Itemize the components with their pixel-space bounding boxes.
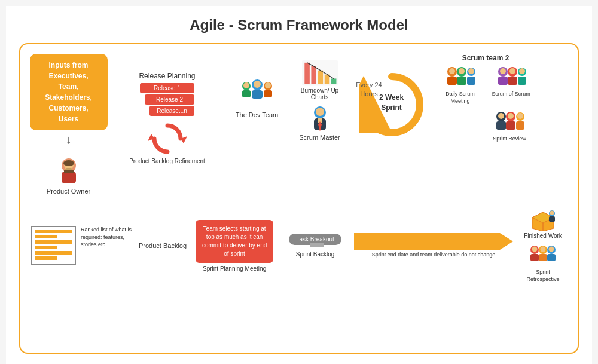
product-owner-label: Product Owner <box>47 188 90 195</box>
svg-rect-63 <box>530 254 539 261</box>
scrum-team2-header: Scrum team 2 <box>435 54 536 62</box>
svg-rect-61 <box>549 216 555 222</box>
sprint-planning-box: Team selects starting at top as much as … <box>196 220 273 263</box>
inputs-box: Inputs from Executives, Team, Stakeholde… <box>30 54 108 130</box>
svg-rect-9 <box>252 90 263 99</box>
svg-rect-33 <box>457 77 466 85</box>
release-2-tag: Release 2 <box>145 94 194 105</box>
big-arrow-wrapper <box>354 233 513 250</box>
svg-rect-45 <box>518 77 526 85</box>
svg-rect-15 <box>264 90 272 97</box>
separator <box>31 200 567 200</box>
pb-label-col: Product Backlog <box>139 242 187 249</box>
svg-point-64 <box>532 247 538 252</box>
svg-rect-1 <box>62 172 76 183</box>
svg-point-34 <box>459 68 465 74</box>
backlog-visual-wrapper <box>31 226 76 265</box>
sprint-planning-col: Team selects starting at top as much as … <box>193 220 276 272</box>
svg-point-24 <box>316 108 324 116</box>
sprint-review-icon <box>494 109 525 134</box>
svg-point-43 <box>509 68 515 74</box>
svg-rect-51 <box>506 121 515 130</box>
scrum-of-scrum-label: Scrum of Scrum <box>492 91 530 98</box>
big-arrow-col: Sprint end date and team deliverable do … <box>354 233 513 259</box>
daily-scrum-label: Daily Scrum Meeting <box>440 91 481 105</box>
scrum-of-scrum-icon <box>496 65 527 90</box>
svg-point-46 <box>519 68 525 74</box>
svg-rect-5 <box>64 170 74 173</box>
svg-rect-66 <box>539 254 547 261</box>
svg-rect-30 <box>447 77 457 85</box>
arrow-label: Sprint end date and team deliverable do … <box>372 252 496 259</box>
svg-rect-54 <box>516 121 524 130</box>
backlog-line-3 <box>35 240 72 244</box>
daily-scrum-icon <box>444 65 477 90</box>
backlog-line-6 <box>35 256 57 260</box>
devteam-label: The Dev Team <box>236 111 278 118</box>
left-column: Inputs from Executives, Team, Stakeholde… <box>31 54 106 195</box>
svg-point-60 <box>550 211 554 215</box>
backlog-refinement-label: Product Backlog Refinement <box>129 158 205 164</box>
backlog-refinement-icon <box>147 120 188 157</box>
sprint-backlog-label: Sprint Backlog <box>296 251 334 258</box>
arrow-body <box>354 233 500 250</box>
svg-point-40 <box>500 68 506 74</box>
release-planning-label: Release Planning <box>139 72 195 80</box>
svg-point-13 <box>243 82 249 88</box>
release-planning-col: Release Planning Release 1 Release 2 Rel… <box>112 54 222 164</box>
product-owner-block: Product Owner <box>47 155 90 195</box>
product-backlog-block: Ranked list of what is required: feature… <box>31 226 133 265</box>
burndown-chart <box>302 60 338 86</box>
backlog-visual <box>31 226 76 265</box>
daily-scrum-block: Daily Scrum Meeting <box>440 65 481 105</box>
finished-work-block: Finished Work Sprint Retrospecti <box>519 209 567 283</box>
backlog-text-col: Ranked list of what is required: feature… <box>81 226 133 249</box>
svg-rect-12 <box>242 90 251 97</box>
svg-point-37 <box>468 68 474 74</box>
sprint-review-inner: Sprint Review <box>489 109 530 142</box>
sprint-backlog-block: Task Breakout Sprint Backlog <box>282 234 348 258</box>
devteam-col: The Dev Team <box>228 54 285 118</box>
release-n-tag: Release...n <box>150 106 194 116</box>
burndown-label: Burndown/ Up Charts <box>291 87 348 100</box>
svg-rect-42 <box>508 77 517 85</box>
svg-rect-36 <box>467 77 475 85</box>
sprint-review-label: Sprint Review <box>493 136 526 142</box>
scrum-of-scrum-block: Scrum of Scrum <box>490 65 532 105</box>
every24-label: Every 24 Hours <box>348 81 390 99</box>
release-1-tag: Release 1 <box>140 83 194 93</box>
svg-rect-22 <box>331 78 336 84</box>
svg-rect-20 <box>318 71 323 84</box>
svg-rect-39 <box>498 77 508 85</box>
scrummaster-icon <box>308 105 332 133</box>
page-container: Agile - Scrum Framework Model Inputs fro… <box>6 6 592 364</box>
svg-point-16 <box>265 82 271 88</box>
svg-rect-19 <box>311 66 316 84</box>
sprint-retro-block: Sprint Retrospective <box>519 244 567 283</box>
product-owner-icon <box>53 155 84 186</box>
svg-point-70 <box>549 247 554 252</box>
svg-point-52 <box>508 113 514 119</box>
svg-point-67 <box>541 247 546 252</box>
backlog-line-2 <box>35 235 57 238</box>
svg-point-31 <box>449 68 455 74</box>
finished-work-label: Finished Work <box>524 233 562 239</box>
svg-point-55 <box>517 113 523 119</box>
product-backlog-label: Product Backlog <box>139 242 187 249</box>
backlog-line-4 <box>35 246 57 249</box>
sprint-retro-icon <box>527 244 559 268</box>
bottom-row: Ranked list of what is required: feature… <box>31 209 567 283</box>
arrowhead-icon <box>500 233 513 250</box>
backlog-line-5 <box>35 251 72 255</box>
svg-point-3 <box>63 160 74 166</box>
sprint-cycle-col: Every 24 Hours 2 Week Sprint <box>354 54 429 137</box>
diagram-border: Inputs from Executives, Team, Stakeholde… <box>19 43 579 354</box>
svg-rect-48 <box>496 121 506 130</box>
backlog-desc: Ranked list of what is required: feature… <box>81 226 133 249</box>
svg-rect-18 <box>304 63 310 84</box>
svg-point-49 <box>498 113 504 119</box>
task-breakout-badge-2 <box>310 243 324 247</box>
main-title: Agile - Scrum Framework Model <box>19 17 579 33</box>
scrummaster-burndown-col: Burndown/ Up Charts Scrum Master <box>291 54 348 141</box>
scrummaster-label: Scrum Master <box>299 134 340 141</box>
